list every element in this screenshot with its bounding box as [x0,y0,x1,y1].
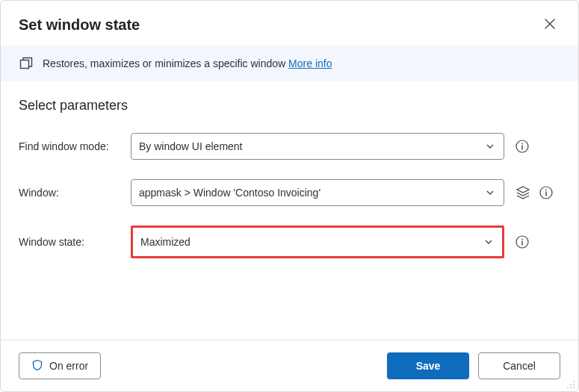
dialog-set-window-state: Set window state Restores, maximizes or … [0,0,579,392]
select-window[interactable]: appmask > Window 'Contoso Invoicing' [131,179,504,206]
svg-point-5 [545,189,547,190]
chevron-down-icon [484,140,496,152]
svg-point-13 [567,387,569,388]
svg-rect-0 [21,60,29,69]
svg-point-8 [521,238,523,240]
row-window: Window: appmask > Window 'Contoso Invoic… [19,179,560,206]
label-find-window-mode: Find window mode: [19,140,131,152]
svg-rect-6 [545,192,546,196]
svg-point-12 [573,384,575,385]
chevron-down-icon [484,187,496,199]
select-value: By window UI element [139,140,243,152]
footer-actions: Save Cancel [387,352,560,379]
svg-point-2 [521,143,523,144]
label-window: Window: [19,187,131,199]
save-button[interactable]: Save [387,352,469,379]
layers-icon[interactable] [515,184,531,201]
more-info-link[interactable]: More info [288,57,332,69]
info-icon[interactable] [515,234,530,249]
close-icon [545,19,555,31]
select-window-state[interactable]: Maximized [131,225,504,258]
row-window-state: Window state: Maximized [19,225,560,258]
select-find-window-mode[interactable]: By window UI element [131,133,504,160]
info-banner: Restores, maximizes or minimizes a speci… [1,46,578,81]
info-icon[interactable] [539,185,554,200]
svg-point-11 [570,384,572,385]
on-error-label: On error [49,360,88,372]
select-value: Maximized [140,236,191,248]
row-find-window-mode: Find window mode: By window UI element [19,133,560,160]
info-banner-text: Restores, maximizes or minimizes a speci… [43,57,332,69]
chevron-down-icon [483,236,495,248]
cancel-button[interactable]: Cancel [478,352,560,379]
label-window-state: Window state: [19,236,131,248]
dialog-footer: On error Save Cancel [1,340,578,391]
dialog-title: Set window state [19,16,140,34]
svg-point-10 [573,381,575,382]
shield-icon [31,359,43,373]
select-value: appmask > Window 'Contoso Invoicing' [139,187,321,199]
title-bar: Set window state [1,1,578,46]
section-title: Select parameters [19,98,560,113]
svg-point-15 [573,387,575,388]
on-error-button[interactable]: On error [19,352,101,379]
svg-point-14 [570,387,572,388]
info-text: Restores, maximizes or minimizes a speci… [43,57,285,69]
close-button[interactable] [539,14,560,35]
window-copy-icon [19,56,34,71]
parameters-section: Select parameters Find window mode: By w… [1,81,578,340]
info-icon[interactable] [515,139,530,154]
resize-grip-icon[interactable] [566,379,575,388]
svg-rect-9 [521,241,522,246]
svg-rect-3 [521,146,522,150]
